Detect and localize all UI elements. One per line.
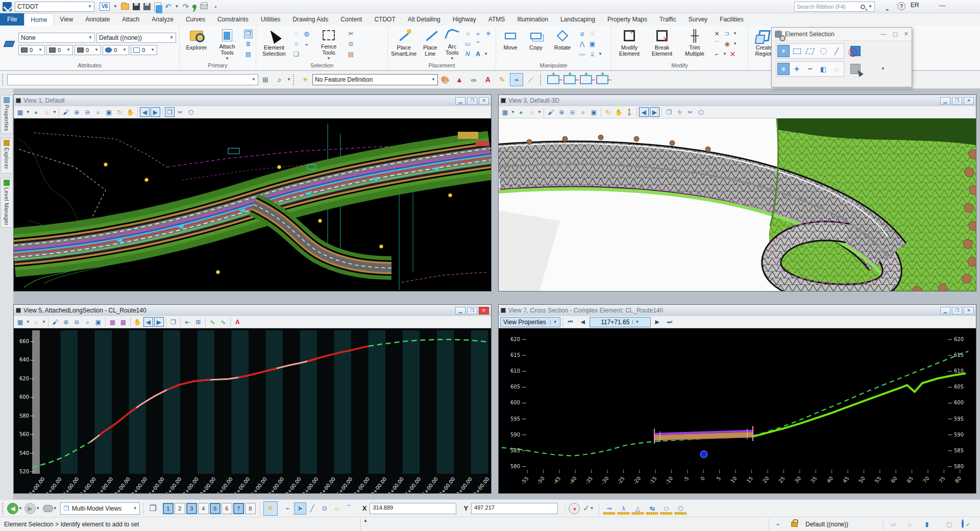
- toolbar-grip[interactable]: [2, 74, 5, 85]
- tab-constraints[interactable]: Constraints: [211, 13, 255, 26]
- chevron-down-icon[interactable]: ▼: [113, 5, 117, 9]
- chevron-down-icon[interactable]: ▼: [26, 110, 30, 114]
- fence-tools-button[interactable]: Fence Tools▼: [314, 27, 344, 61]
- cross-section-marker-icon[interactable]: ⏛: [467, 73, 480, 86]
- minimize-window-icon[interactable]: —: [939, 2, 945, 9]
- copy-button[interactable]: Copy: [525, 27, 547, 61]
- persist-snaps-icon[interactable]: ⌁: [510, 73, 523, 86]
- mode-overlap-icon[interactable]: ◌: [830, 63, 843, 75]
- print-icon[interactable]: [200, 4, 208, 9]
- exaggeration-grid2-icon[interactable]: ▩: [118, 317, 128, 327]
- tab-view[interactable]: View: [54, 13, 79, 26]
- view-next-icon[interactable]: ▶: [154, 317, 164, 327]
- walk-icon[interactable]: 🚶: [625, 107, 634, 117]
- station-combo[interactable]: 117+71.65▼: [590, 317, 651, 327]
- fit-view-icon[interactable]: ▣: [589, 107, 599, 117]
- chevron-down-icon[interactable]: ▼: [53, 506, 57, 511]
- snap-keypoint-icon[interactable]: ➤: [294, 502, 306, 515]
- update-view-icon[interactable]: 🖌: [61, 107, 71, 117]
- place-multiline-icon[interactable]: ✳: [484, 30, 493, 38]
- chevron-down-icon[interactable]: ▼: [26, 320, 30, 324]
- clip-mask-icon[interactable]: ⬡: [186, 107, 196, 117]
- method-circle-icon[interactable]: [817, 45, 829, 57]
- place-circle-icon[interactable]: ○: [463, 30, 472, 38]
- toggle-views-icon[interactable]: ❐: [146, 502, 160, 515]
- tab-ctdot[interactable]: CTDOT: [368, 13, 401, 26]
- minimize-view-icon[interactable]: ▁: [940, 307, 950, 315]
- place-text-icon[interactable]: A: [474, 50, 482, 59]
- copy-view-icon[interactable]: ❐: [165, 107, 175, 117]
- extend-line-icon[interactable]: ⌒: [713, 40, 721, 49]
- zoom-in-icon[interactable]: ⊕: [557, 107, 567, 117]
- view5-canvas[interactable]: 660640620600580560540520 100+00.00102+00…: [14, 328, 491, 493]
- copy-view-icon[interactable]: ❐: [664, 107, 674, 117]
- civil-rule-settings-icon[interactable]: [596, 75, 608, 84]
- mode-subtract-icon[interactable]: −: [804, 63, 816, 75]
- rotate-view-icon[interactable]: ↻: [603, 107, 613, 117]
- restore-view-icon[interactable]: ❐: [467, 97, 477, 105]
- view3-titlebar[interactable]: View 3, Default-3D ▁❐✕: [499, 95, 976, 106]
- save-icon[interactable]: [133, 3, 140, 10]
- mode-add-icon[interactable]: ＋: [791, 63, 803, 75]
- tab-survey[interactable]: Survey: [682, 13, 714, 26]
- tab-home[interactable]: Home: [24, 13, 54, 26]
- zoom-out-icon[interactable]: ⊖: [568, 107, 577, 117]
- design-history-icon[interactable]: ▮: [922, 520, 932, 529]
- keyin-send-icon[interactable]: ⊞: [259, 73, 272, 86]
- accudraw-toggle-icon[interactable]: ✕: [263, 501, 278, 516]
- view-attributes-icon[interactable]: ▦: [15, 107, 25, 117]
- select-all-none-icon[interactable]: [850, 46, 861, 56]
- priority-combo[interactable]: 0▼: [131, 45, 157, 55]
- trim-multiple-button[interactable]: ╫Trim Multiple: [680, 27, 709, 61]
- zoom-in-icon[interactable]: ⊕: [61, 317, 71, 327]
- display-style-icon[interactable]: ◕: [31, 107, 41, 117]
- models-icon[interactable]: ❐: [244, 30, 253, 38]
- tab-attach[interactable]: Attach: [116, 13, 145, 26]
- chevron-down-icon[interactable]: ▼: [42, 320, 46, 324]
- toolbar-grip[interactable]: [2, 503, 5, 514]
- modify-element-button[interactable]: ↗Modify Element: [615, 27, 644, 61]
- move-to-contact-icon[interactable]: ⫫: [588, 50, 597, 59]
- next-station-icon[interactable]: ▶: [652, 318, 663, 327]
- raster-manager-icon[interactable]: ▤: [244, 50, 253, 59]
- terrain-display-icon[interactable]: ▲: [453, 73, 466, 86]
- method-individual-icon[interactable]: ⌖: [777, 45, 790, 57]
- references-icon[interactable]: 🗎: [244, 40, 253, 49]
- civil-rule-remove-icon[interactable]: [580, 75, 592, 84]
- tab-analyze[interactable]: Analyze: [145, 13, 180, 26]
- view-attributes-icon[interactable]: ▦: [500, 107, 510, 117]
- view-toggle-8[interactable]: 8: [245, 503, 256, 514]
- minimize-view-icon[interactable]: ▁: [455, 97, 465, 105]
- pan-view-icon[interactable]: ✋: [133, 317, 142, 327]
- last-station-icon[interactable]: ⏭: [664, 318, 675, 327]
- tab-atms[interactable]: ATMS: [482, 13, 511, 26]
- tab-landscaping[interactable]: Landscaping: [554, 13, 601, 26]
- view-toggle-6[interactable]: 6: [222, 503, 232, 514]
- compress-file-icon[interactable]: [154, 3, 161, 11]
- view-menu-icon[interactable]: [16, 98, 21, 103]
- view5-titlebar[interactable]: View 5, AttachedLongSection - CL_Route14…: [14, 305, 491, 316]
- view-next-icon[interactable]: ▶: [650, 107, 659, 117]
- chevron-down-icon[interactable]: ▼: [868, 5, 872, 9]
- keyin-input[interactable]: ▼: [7, 74, 258, 85]
- render-icon[interactable]: ⬡: [696, 107, 706, 117]
- tab-alt-detailing[interactable]: Alt Detailing: [402, 13, 447, 26]
- view7-canvas[interactable]: 620615610605600595590585580 620615610605…: [499, 328, 976, 493]
- explorer-button[interactable]: Explorer: [183, 27, 210, 61]
- selection-set-icon[interactable]: ▱: [888, 520, 898, 529]
- x-coordinate-input[interactable]: 314.889: [370, 503, 456, 514]
- mirror-icon[interactable]: ⋀: [578, 40, 586, 49]
- arc-tools-button[interactable]: Arc Tools▼: [444, 27, 460, 61]
- cache-status-icon[interactable]: ▢: [944, 520, 954, 529]
- minimize-view-icon[interactable]: ▁: [940, 97, 950, 105]
- view3-canvas[interactable]: [499, 118, 976, 291]
- display-style-icon[interactable]: ◕: [516, 107, 526, 117]
- dock-tab-level-manager[interactable]: Level Manager: [1, 178, 13, 228]
- dialog-close-icon[interactable]: ✕: [904, 31, 909, 37]
- active-element-template-icon[interactable]: [3, 38, 15, 50]
- measure-volume-icon[interactable]: ⬡: [674, 502, 687, 515]
- chevron-down-icon[interactable]: ▼: [511, 110, 515, 114]
- view-attributes-icon[interactable]: ▦: [15, 317, 25, 327]
- back-icon[interactable]: ◀: [7, 503, 18, 514]
- v8-format-icon[interactable]: V8: [100, 3, 110, 11]
